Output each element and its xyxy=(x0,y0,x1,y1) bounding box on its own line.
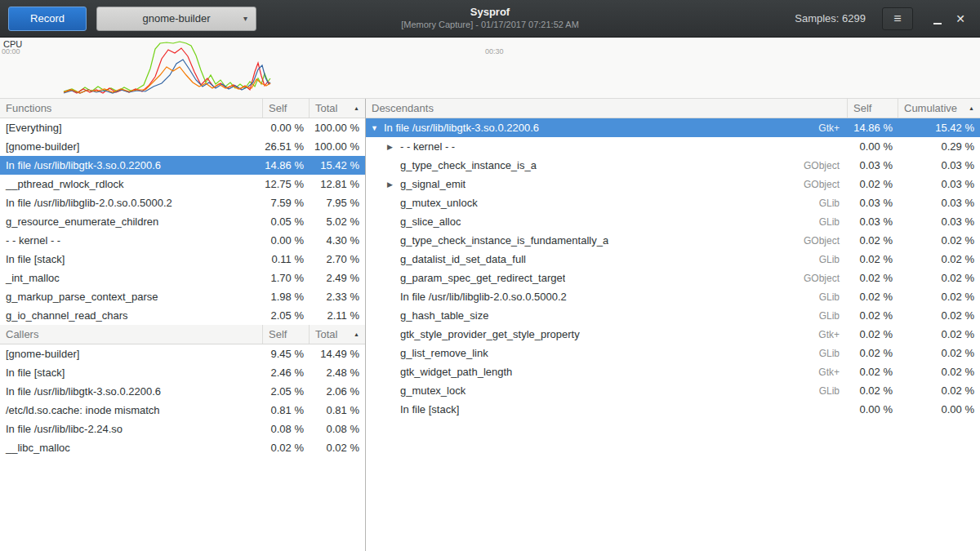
callers-column-header[interactable]: Callers xyxy=(0,325,263,344)
tree-row[interactable]: g_type_check_instance_is_aGObject0.03 %0… xyxy=(366,156,980,175)
row-self-percent: 2.05 % xyxy=(263,306,310,325)
row-function-cell: g_list_remove_linkGLib xyxy=(366,344,848,362)
row-function-name: In file /usr/lib/libgtk-3.so.0.2200.6 xyxy=(0,382,263,401)
right-pane: Descendants Self Cumulative ▲ ▼In file /… xyxy=(366,99,980,551)
row-function-cell: g_datalist_id_set_data_fullGLib xyxy=(366,250,848,269)
row-cumulative-percent: 0.02 % xyxy=(898,306,980,325)
tree-row[interactable]: g_type_check_instance_is_fundamentally_a… xyxy=(366,231,980,250)
expander-closed-icon[interactable]: ▶ xyxy=(387,143,400,151)
self-column-header[interactable]: Self xyxy=(263,99,310,118)
row-function-cell: In file [stack] xyxy=(366,400,848,419)
tree-row[interactable]: ▶g_signal_emitGObject0.02 %0.03 % xyxy=(366,175,980,193)
row-self-percent: 0.02 % xyxy=(848,287,898,306)
tree-row[interactable]: g_datalist_id_set_data_fullGLib0.02 %0.0… xyxy=(366,250,980,269)
row-self-percent: 0.03 % xyxy=(848,212,898,231)
table-row[interactable]: __pthread_rwlock_rdlock12.75 %12.81 % xyxy=(0,175,365,193)
tree-row[interactable]: ▼In file /usr/lib/libgtk-3.so.0.2200.6Gt… xyxy=(366,118,980,137)
table-row[interactable]: /etc/ld.so.cache: inode mismatch0.81 %0.… xyxy=(0,401,365,420)
tree-row[interactable]: In file [stack]0.00 %0.00 % xyxy=(366,400,980,419)
callers-table-header: Callers Self Total ▲ xyxy=(0,325,365,344)
row-cumulative-percent: 0.02 % xyxy=(898,381,980,400)
row-self-percent: 0.02 % xyxy=(848,175,898,193)
table-row[interactable]: g_markup_parse_context_parse1.98 %2.33 % xyxy=(0,287,365,306)
row-total-percent: 2.06 % xyxy=(310,382,365,401)
descendants-table: ▼In file /usr/lib/libgtk-3.so.0.2200.6Gt… xyxy=(366,118,980,419)
cumulative-column-header[interactable]: Cumulative ▲ xyxy=(898,99,980,118)
row-cumulative-percent: 0.02 % xyxy=(898,269,980,287)
sort-indicator-icon: ▲ xyxy=(354,331,359,337)
record-button[interactable]: Record xyxy=(8,7,87,31)
table-row[interactable]: In file /usr/lib/libglib-2.0.so.0.5000.2… xyxy=(0,193,365,212)
expander-open-icon[interactable]: ▼ xyxy=(371,124,384,132)
functions-column-header[interactable]: Functions xyxy=(0,99,263,118)
row-self-percent: 26.51 % xyxy=(263,137,310,156)
table-row[interactable]: g_io_channel_read_chars2.05 %2.11 % xyxy=(0,306,365,325)
column-label: Cumulative xyxy=(904,102,957,114)
minimize-button[interactable] xyxy=(926,7,949,30)
tree-row[interactable]: gtk_widget_path_lengthGtk+0.02 %0.02 % xyxy=(366,362,980,381)
row-self-percent: 1.70 % xyxy=(263,269,310,287)
row-cumulative-percent: 0.00 % xyxy=(898,400,980,419)
row-cumulative-percent: 15.42 % xyxy=(898,118,980,137)
column-label: Self xyxy=(269,328,287,340)
function-name-label: gtk_style_provider_get_style_property xyxy=(400,328,580,340)
tree-row[interactable]: g_mutex_unlockGLib0.03 %0.03 % xyxy=(366,193,980,212)
row-self-percent: 0.00 % xyxy=(263,231,310,250)
tree-row[interactable]: g_slice_allocGLib0.03 %0.03 % xyxy=(366,212,980,231)
table-row[interactable]: __libc_malloc0.02 %0.02 % xyxy=(0,438,365,457)
cpu-red-line xyxy=(64,48,270,93)
row-self-percent: 0.05 % xyxy=(263,212,310,231)
row-function-cell: ▶g_signal_emitGObject xyxy=(366,175,848,193)
table-row[interactable]: - - kernel - -0.00 %4.30 % xyxy=(0,231,365,250)
column-label: Self xyxy=(269,102,287,114)
row-total-percent: 2.70 % xyxy=(310,250,365,269)
library-badge: GObject xyxy=(797,160,848,171)
column-label: Total xyxy=(315,102,337,114)
row-total-percent: 2.11 % xyxy=(310,306,365,325)
row-function-name: - - kernel - - xyxy=(0,231,263,250)
menu-button[interactable]: ≡ xyxy=(882,7,913,30)
time-tick-start: 00:00 xyxy=(2,47,20,56)
table-row[interactable]: [Everything]0.00 %100.00 % xyxy=(0,118,365,137)
table-row[interactable]: [gnome-builder]9.45 %14.49 % xyxy=(0,344,365,363)
descendants-column-header[interactable]: Descendants xyxy=(366,99,848,118)
row-total-percent: 12.81 % xyxy=(310,175,365,193)
row-function-cell: g_hash_table_sizeGLib xyxy=(366,306,848,325)
tree-row[interactable]: g_hash_table_sizeGLib0.02 %0.02 % xyxy=(366,306,980,325)
tree-row[interactable]: g_param_spec_get_redirect_targetGObject0… xyxy=(366,269,980,287)
table-row[interactable]: In file [stack]2.46 %2.48 % xyxy=(0,363,365,382)
row-cumulative-percent: 0.03 % xyxy=(898,193,980,212)
tree-row[interactable]: g_list_remove_linkGLib0.02 %0.02 % xyxy=(366,344,980,362)
total-column-header[interactable]: Total ▲ xyxy=(310,325,365,344)
process-selector-dropdown[interactable]: gnome-builder ▾ xyxy=(96,7,256,31)
table-row[interactable]: In file [stack]0.11 %2.70 % xyxy=(0,250,365,269)
tree-row[interactable]: gtk_style_provider_get_style_propertyGtk… xyxy=(366,325,980,344)
table-row[interactable]: [gnome-builder]26.51 %100.00 % xyxy=(0,137,365,156)
row-total-percent: 2.48 % xyxy=(310,363,365,382)
row-function-name: In file /usr/lib/libglib-2.0.so.0.5000.2 xyxy=(0,193,263,212)
table-row[interactable]: g_resource_enumerate_children0.05 %5.02 … xyxy=(0,212,365,231)
total-column-header[interactable]: Total ▲ xyxy=(310,99,365,118)
cpu-timeline[interactable]: CPU 00:00 00:30 xyxy=(0,38,980,99)
expander-closed-icon[interactable]: ▶ xyxy=(387,180,400,189)
table-row[interactable]: _int_malloc1.70 %2.49 % xyxy=(0,269,365,287)
row-cumulative-percent: 0.03 % xyxy=(898,175,980,193)
tree-row[interactable]: ▶- - kernel - -0.00 %0.29 % xyxy=(366,137,980,156)
close-button[interactable]: ✕ xyxy=(949,7,972,30)
self-column-header[interactable]: Self xyxy=(263,325,310,344)
row-total-percent: 2.49 % xyxy=(310,269,365,287)
self-column-header[interactable]: Self xyxy=(848,99,898,118)
library-badge: GLib xyxy=(813,291,848,303)
row-total-percent: 5.02 % xyxy=(310,212,365,231)
tree-row[interactable]: In file /usr/lib/libglib-2.0.so.0.5000.2… xyxy=(366,287,980,306)
table-row[interactable]: In file /usr/lib/libc-2.24.so0.08 %0.08 … xyxy=(0,420,365,438)
row-self-percent: 0.03 % xyxy=(848,156,898,175)
row-self-percent: 0.03 % xyxy=(848,193,898,212)
tree-row[interactable]: g_mutex_lockGLib0.02 %0.02 % xyxy=(366,381,980,400)
row-self-percent: 14.86 % xyxy=(263,156,310,175)
row-self-percent: 0.02 % xyxy=(848,250,898,269)
table-row[interactable]: In file /usr/lib/libgtk-3.so.0.2200.62.0… xyxy=(0,382,365,401)
table-row[interactable]: In file /usr/lib/libgtk-3.so.0.2200.614.… xyxy=(0,156,365,175)
row-total-percent: 7.95 % xyxy=(310,193,365,212)
function-name-label: g_hash_table_size xyxy=(400,309,488,322)
